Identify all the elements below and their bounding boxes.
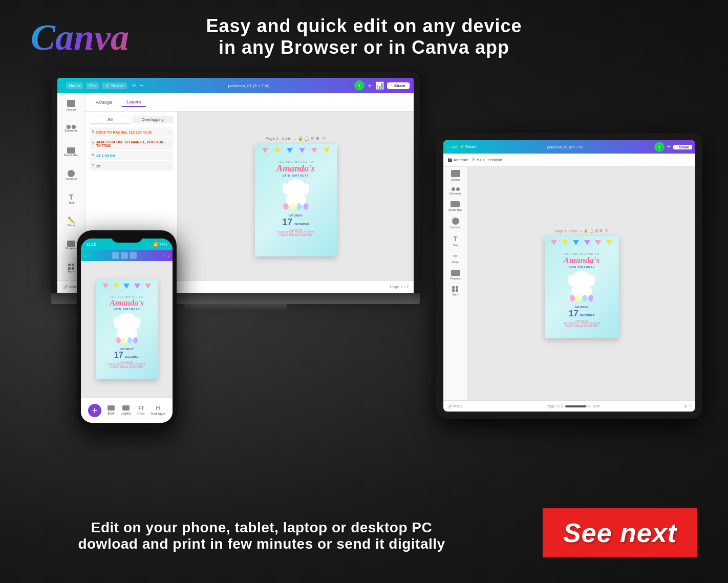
home-btn[interactable]: Home (66, 82, 83, 89)
phone-bottom-toolbar: + Edit Layers Ff Font H T (81, 397, 173, 423)
phone-canva-ui: 12:10 📶 77% ⌂ ↑ ↓ (81, 239, 173, 423)
user-avatar: I (354, 80, 365, 91)
tablet-outer: ⌂ File ⚡ Resize pokemon_01 (5 × 7 In) I … (436, 133, 702, 419)
phone-layers-btn[interactable]: Layers (120, 405, 131, 415)
page-indicator: Page 1 / 2 (390, 285, 409, 289)
sidebar-text[interactable]: T Text (62, 190, 80, 207)
tablet-character (566, 271, 597, 301)
bottom-text: Edit on your phone, tablet, laptop or de… (31, 520, 493, 552)
tablet-toolbar: ⌂ File ⚡ Resize pokemon_01 (5 × 7 In) I … (443, 140, 695, 154)
tablet-page-label: Page 1 - front (555, 229, 576, 233)
bottom-line1: Edit on your phone, tablet, laptop or de… (31, 520, 493, 536)
phone-screen: 12:10 📶 77% ⌂ ↑ ↓ (81, 239, 173, 423)
tablet-canvas-area: Page 1 - front ⌄ 🔒 📋 🗑 ⊞ ↻ (468, 167, 695, 400)
invite-address: at 11:30 am 234 ROSES ST., TEXAS, TX 950… (277, 229, 314, 236)
tablet-sidebar-apps[interactable]: Apps (452, 286, 459, 296)
header-line1: Easy and quick edit on any device (0, 15, 728, 37)
tablet-canvas: YOU ARE INVITED TO Amanda's 10TH BIRTHDA… (545, 236, 619, 338)
phone-date: SATURDAY 17 DECEMBER (114, 348, 139, 360)
tablet-sidebar-draw[interactable]: ✏ Draw (452, 253, 459, 264)
tablet-device: ⌂ File ⚡ Resize pokemon_01 (5 × 7 In) I … (436, 133, 702, 419)
sidebar-elements[interactable]: Elements (62, 121, 80, 137)
tablet-subtoolbar: 🎬 Animate ⏱ 5.0s Position (443, 154, 695, 167)
tablet-sidebar-elements[interactable]: Elements (449, 187, 461, 195)
tab-layers[interactable]: Layers (121, 98, 146, 107)
header-text: Easy and quick edit on any device in any… (0, 15, 728, 58)
phone-outer: 12:10 📶 77% ⌂ ↑ ↓ (77, 230, 177, 428)
tablet-sidebar-text[interactable]: T Text (453, 235, 458, 247)
page-label: Page 1 - front (265, 136, 290, 141)
tablet-page-indicator: Page 1 / 2 (547, 404, 563, 408)
phone-textstyle-btn[interactable]: H Text style (151, 405, 165, 416)
date-section: SATURDAY 17 DECEMBER (282, 214, 309, 228)
tab-arrange[interactable]: Arrange (91, 98, 117, 106)
phone-toolbar: ⌂ ↑ ↓ (81, 250, 173, 261)
resize-btn[interactable]: ⚡ Resize (102, 82, 127, 89)
sidebar-design[interactable]: Design (62, 97, 80, 114)
bottom-line2: dowload and print in few minutes or send… (31, 536, 493, 552)
tablet-sidebar: Design Elements Brand Hub (443, 167, 468, 400)
character-area (281, 179, 311, 210)
layers-toggle: All Overlapping (90, 116, 173, 123)
header-line2: in any Browser or in Canva app (0, 37, 728, 58)
phone-edit-btn[interactable]: Edit (108, 405, 115, 415)
tablet-canva-ui: ⌂ File ⚡ Resize pokemon_01 (5 × 7 In) I … (443, 140, 695, 412)
phone-canvas-area: YOU ARE INVITED TO Amanda's 10TH BIRTHDA… (81, 261, 173, 397)
tablet-user-avatar: I (654, 142, 665, 152)
tablet-name: Amanda's (564, 255, 600, 266)
tablet-sidebar-projects[interactable]: Projects (451, 270, 461, 280)
tablet-sidebar-design[interactable]: Design (451, 170, 460, 181)
laptop-canvas-area: Page 1 - front ⌄ 🔒 📋 🗑 ⊞ ↻ (178, 112, 414, 280)
phone-canvas: YOU ARE INVITED TO Amanda's 10TH BIRTHDA… (96, 279, 158, 379)
overlapping-btn[interactable]: Overlapping (133, 116, 174, 123)
invite-name: Amanda's (276, 163, 315, 174)
file-btn[interactable]: File (86, 82, 99, 89)
invitation-card-laptop: YOU ARE INVITED TO Amanda's 10TH BIRTHDA… (255, 144, 337, 256)
all-btn[interactable]: All (90, 116, 131, 123)
sidebar-draw[interactable]: ✏️ Draw (62, 214, 80, 230)
invitation-card-phone: YOU ARE INVITED TO Amanda's 10TH BIRTHDA… (96, 279, 158, 379)
tablet-screen: ⌂ File ⚡ Resize pokemon_01 (5 × 7 In) I … (443, 140, 695, 412)
tablet-birthday: 10TH BIRTHDAY (568, 266, 595, 269)
phone-address: at 11:30 am 234 ROSES ST., TEXAS, TX 950… (109, 361, 145, 369)
invite-birthday: 10TH BIRTHDAY (283, 174, 309, 177)
tablet-address: at 11:30 am 234 ROSES ST., TEXAS, TX 950… (563, 320, 599, 328)
tablet-date: SATURDAY 17 DECEMBER (569, 306, 595, 319)
tablet-bunting (549, 240, 615, 250)
laptop-stand (184, 304, 287, 310)
invitation-card-tablet: YOU ARE INVITED TO Amanda's 10TH BIRTHDA… (545, 236, 619, 338)
tablet-footer: 📝 Notes Page 1 / 2 82% ⊞ ? (443, 400, 695, 412)
sidebar-uploads[interactable]: Uploads (62, 167, 80, 184)
file-title: pokemon_01 (5 × 7 In) (146, 83, 352, 88)
see-next-button[interactable]: See next (543, 508, 697, 557)
phone-character (112, 313, 142, 343)
layer-item-rsvp[interactable]: ⠿ RSVP TO RACHEL 123 133 44 33 ··· (90, 127, 173, 137)
bunting (259, 148, 333, 158)
tablet-sidebar-brand[interactable]: Brand Hub (448, 201, 462, 211)
sidebar-brand[interactable]: Brand Hub (62, 144, 80, 160)
tablet-title: pokemon_01 (5 × 7 In) (479, 145, 652, 149)
layer-item-time[interactable]: ⠿ AT 1:30 PM ··· (90, 151, 173, 160)
phone-birthday: 10TH BIRTHDAY (114, 308, 140, 311)
tablet-zoom: 82% (593, 404, 600, 408)
phone-device: 12:10 📶 77% ⌂ ↑ ↓ (77, 230, 177, 428)
layer-item-address[interactable]: ⠿ JAMES'S HOUSE 123 MAIN ST., HOUSTON, T… (90, 138, 173, 150)
phone-notch (112, 235, 142, 243)
laptop-subtoolbar: Arrange Layers (85, 93, 414, 112)
phone-font-btn[interactable]: Ff Font (137, 405, 144, 416)
layer-item-num[interactable]: ⠿ 25 ··· (90, 161, 173, 170)
tablet-body: Design Elements Brand Hub (443, 167, 695, 400)
share-btn[interactable]: ↑ Share (387, 82, 410, 89)
laptop-toolbar: ‹ Home File ⚡ Resize ↩↪ pokemon_01 (5 × … (57, 78, 414, 93)
laptop-canvas: YOU ARE INVITED TO Amanda's 10TH BIRTHDA… (255, 144, 337, 256)
tablet-sidebar-uploads[interactable]: Uploads (450, 218, 460, 229)
phone-name: Amanda's (110, 298, 144, 308)
phone-add-btn[interactable]: + (88, 404, 101, 417)
phone-bunting (100, 284, 154, 294)
